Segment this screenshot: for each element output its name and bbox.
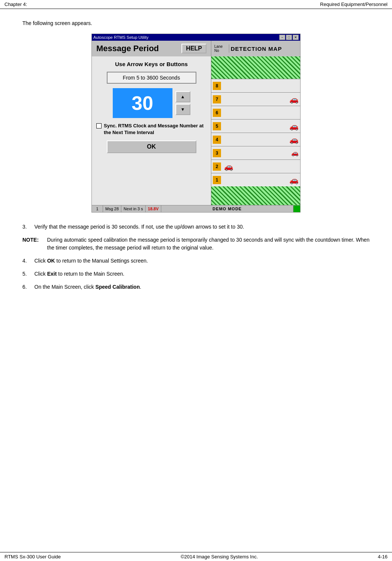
up-arrow-button[interactable]: ▲ [175, 91, 190, 102]
right-header: Lane No DETECTION MAP [211, 41, 300, 56]
main-row: Use Arrow Keys or Buttons From 5 to 3600… [92, 56, 300, 205]
step-4-number: 4. [22, 257, 30, 265]
note-block: NOTE: During automatic speed calibration… [22, 236, 370, 252]
lane-number-5: 5 [213, 122, 221, 130]
step-3-number: 3. [22, 223, 30, 231]
footer-center: ©2014 Image Sensing Systems Inc. [181, 554, 258, 560]
close-button[interactable]: ✕ [293, 35, 299, 40]
step-5: 5. Click Exit to return to the Main Scre… [22, 270, 370, 278]
lane-number-3: 3 [213, 149, 221, 157]
status-bar: 1 Msg 28 Next in 3 s 18.8V DEMO MODE [92, 205, 300, 212]
message-period-title: Message Period [96, 44, 159, 53]
lane-row-8: 8 [211, 79, 300, 92]
chapter-label: Chapter 4: [4, 1, 27, 7]
page-footer: RTMS Sx-300 User Guide ©2014 Image Sensi… [0, 552, 392, 561]
speed-calibration-bold: Speed Calibration [95, 284, 140, 290]
car-icon-2: 🚗 [224, 162, 233, 171]
status-demo: DEMO MODE [161, 205, 293, 212]
page-header: Chapter 4: Required Equipment/Personnel [0, 0, 392, 9]
ok-button[interactable]: OK [107, 140, 196, 153]
step-5-number: 5. [22, 270, 30, 278]
car-icon-7: 🚗 [289, 95, 299, 104]
left-header: Message Period HELP [92, 41, 211, 56]
status-voltage: 18.8V [146, 205, 161, 212]
lane-row-4: 4 🚗 [211, 133, 300, 146]
maximize-button[interactable]: □ [286, 35, 292, 40]
sync-checkbox[interactable] [96, 123, 102, 128]
lane-row-5: 5 🚗 [211, 119, 300, 133]
no-label: No [214, 49, 227, 53]
car-icon-5: 🚗 [289, 122, 299, 131]
lane-row-7: 7 🚗 [211, 92, 300, 106]
step-3: 3. Verify that the message period is 30 … [22, 223, 370, 231]
lane-number-1: 1 [213, 176, 221, 184]
status-msg: Msg 28 [103, 205, 121, 212]
lane-content-5: 🚗 [223, 121, 300, 131]
status-next: Next in 3 s [121, 205, 146, 212]
screenshot-wrapper: Autoscope RTMS Setup Utility − □ ✕ Messa… [22, 34, 370, 213]
lane-content-6 [223, 112, 300, 114]
lane-row-6: 6 [211, 106, 300, 119]
car-icon-1: 🚗 [289, 176, 299, 185]
help-button[interactable]: HELP [181, 44, 206, 53]
title-bar: Autoscope RTMS Setup Utility − □ ✕ [92, 34, 300, 41]
status-number: 1 [92, 205, 103, 212]
section-label: Required Equipment/Personnel [320, 1, 388, 7]
value-display: 30 [113, 88, 172, 118]
screenshot-box: Autoscope RTMS Setup Utility − □ ✕ Messa… [91, 34, 301, 213]
lane-content-1: 🚗 [223, 175, 300, 185]
lane-number-7: 7 [213, 95, 221, 103]
hatched-top [211, 56, 300, 79]
status-green-indicator [293, 205, 300, 212]
car-icon-3: 🚗 [291, 149, 299, 156]
footer-left: RTMS Sx-300 User Guide [4, 554, 61, 560]
lane-row-1: 1 🚗 [211, 173, 300, 186]
lane-row-3: 3 🚗 [211, 146, 300, 159]
step-4: 4. Click OK to return to the Manual Sett… [22, 257, 370, 265]
step-6-number: 6. [22, 283, 30, 291]
step-list: 3. Verify that the message period is 30 … [22, 223, 370, 231]
lane-content-2: 🚗 [223, 161, 300, 172]
app-title: Autoscope RTMS Setup Utility [93, 35, 149, 40]
step-5-text: Click Exit to return to the Main Screen. [34, 270, 124, 278]
sync-block: Sync. RTMS Clock and Message Number at t… [96, 123, 206, 136]
note-label: NOTE: [22, 236, 41, 252]
lane-content-7: 🚗 [223, 94, 300, 105]
app-header-row: Message Period HELP Lane No DETECTION MA… [92, 41, 300, 56]
note-text: During automatic speed calibration the m… [47, 236, 370, 252]
remaining-steps: 4. Click OK to return to the Manual Sett… [22, 257, 370, 291]
footer-right: 4-16 [378, 554, 388, 560]
body-section: 3. Verify that the message period is 30 … [22, 223, 370, 291]
lane-number-2: 2 [213, 162, 221, 171]
lane-content-8 [223, 85, 300, 87]
step-4-text: Click OK to return to the Manual Setting… [34, 257, 148, 265]
ok-bold: OK [47, 258, 55, 264]
step-3-text: Verify that the message period is 30 sec… [34, 223, 244, 231]
lane-number-4: 4 [213, 136, 221, 144]
intro-text: The following screen appears. [22, 20, 370, 26]
arrow-keys-text: Use Arrow Keys or Buttons [96, 61, 206, 67]
hatched-bottom [211, 186, 300, 205]
lane-label: Lane [214, 44, 227, 49]
lane-content-3: 🚗 [223, 149, 300, 157]
range-box: From 5 to 3600 Seconds [107, 72, 196, 84]
exit-bold: Exit [47, 271, 57, 277]
lane-number-8: 8 [213, 82, 221, 90]
page-content: The following screen appears. Autoscope … [0, 9, 392, 319]
left-panel: Use Arrow Keys or Buttons From 5 to 3600… [92, 56, 211, 205]
number-display-row: 30 ▲ ▼ [113, 88, 190, 118]
lane-row-2: 2 🚗 [211, 159, 300, 173]
detection-map-label: DETECTION MAP [231, 46, 282, 52]
lane-content-4: 🚗 [223, 134, 300, 145]
lane-labels: Lane No [214, 44, 229, 53]
right-panel: 8 7 🚗 6 [211, 56, 300, 205]
arrow-buttons: ▲ ▼ [175, 91, 190, 115]
down-arrow-button[interactable]: ▼ [175, 104, 190, 115]
window-controls: − □ ✕ [279, 35, 299, 40]
minimize-button[interactable]: − [279, 35, 285, 40]
step-6: 6. On the Main Screen, click Speed Calib… [22, 283, 370, 291]
lane-number-6: 6 [213, 109, 221, 117]
step-6-text: On the Main Screen, click Speed Calibrat… [34, 283, 141, 291]
car-icon-4: 🚗 [289, 135, 299, 144]
sync-text: Sync. RTMS Clock and Message Number at t… [104, 123, 206, 136]
